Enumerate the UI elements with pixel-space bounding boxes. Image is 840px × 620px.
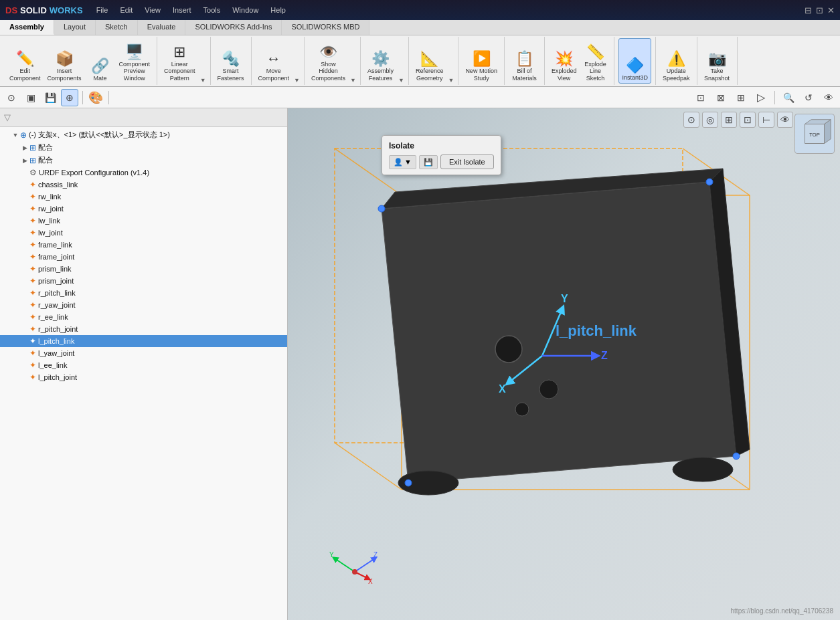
- tree-item-lw-joint[interactable]: ✦ lw_joint: [0, 227, 287, 239]
- isolate-save-btn[interactable]: 💾: [419, 155, 438, 169]
- view-right-1[interactable]: ⊡: [692, 89, 709, 106]
- new-motion-study-btn[interactable]: ▶️ New MotionStudy: [463, 38, 500, 84]
- tab-sketch[interactable]: Sketch: [96, 20, 138, 35]
- filter-icon[interactable]: ▽: [4, 112, 11, 122]
- view-rotate-btn[interactable]: ↺: [800, 89, 817, 106]
- tree-item-chassis-link[interactable]: ✦ chassis_link: [0, 179, 287, 191]
- view-section-btn[interactable]: ▣: [22, 89, 39, 106]
- tree-expand-l-ee-link[interactable]: [20, 362, 29, 369]
- exploded-view-btn[interactable]: 💥 ExplodedView: [549, 38, 580, 84]
- tree-item-mates2[interactable]: ▶ ⊞ 配合: [0, 154, 287, 167]
- tree-expand-prism-joint[interactable]: [20, 278, 29, 284]
- tree-item-frame-joint[interactable]: ✦ frame_joint: [0, 251, 287, 263]
- reference-geometry-dropdown[interactable]: ▼: [448, 77, 454, 84]
- linear-pattern-dropdown[interactable]: ▼: [200, 77, 206, 84]
- view-color-btn[interactable]: 🎨: [87, 89, 104, 106]
- tree-item-root[interactable]: ▼ ⊕ (-) 支架x、<1> (默认<<默认>_显示状态 1>): [0, 128, 287, 141]
- view-orientation-btn[interactable]: ⊙: [3, 89, 20, 106]
- view-right-2[interactable]: ⊠: [712, 89, 730, 106]
- linear-component-pattern-btn[interactable]: ⊞ LinearComponentPattern: [161, 38, 198, 84]
- orient-btn-3[interactable]: ⊞: [721, 112, 737, 128]
- tree-item-rw-joint[interactable]: ✦ rw_joint: [0, 203, 287, 215]
- tree-item-l-pitch-link[interactable]: ✦ l_pitch_link: [0, 335, 287, 347]
- tree-item-mates1[interactable]: ▶ ⊞ 配合: [0, 141, 287, 154]
- instant3d-btn[interactable]: 🔷 Instant3D: [618, 38, 651, 84]
- tree-item-l-yaw-joint[interactable]: ✦ l_yaw_joint: [0, 347, 287, 359]
- tree-item-r-pitch-link[interactable]: ✦ r_pitch_link: [0, 287, 287, 299]
- isolate-icon-btn[interactable]: 👤 ▼: [389, 155, 416, 169]
- tab-evaluate[interactable]: Evaluate: [138, 20, 186, 35]
- tree-expand-r-pitch-joint[interactable]: [20, 326, 29, 332]
- show-hidden-dropdown[interactable]: ▼: [350, 77, 356, 84]
- tree-item-prism-joint[interactable]: ✦ prism_joint: [0, 275, 287, 287]
- tree-expand-l-pitch-link[interactable]: [20, 338, 29, 344]
- tree-expand-frame-link[interactable]: [20, 241, 29, 248]
- explode-line-sketch-btn[interactable]: 📏 ExplodeLineSketch: [580, 38, 610, 84]
- tree-expand-mates2[interactable]: ▶: [20, 157, 29, 164]
- menu-edit[interactable]: Edit: [120, 6, 133, 14]
- edit-component-btn[interactable]: ✏️ EditComponent: [7, 38, 44, 84]
- tree-expand-l-yaw-joint[interactable]: [20, 350, 29, 356]
- tree-item-r-yaw-joint[interactable]: ✦ r_yaw_joint: [0, 299, 287, 311]
- smart-fasteners-btn[interactable]: 🔩 SmartFasteners: [215, 38, 247, 84]
- orient-btn-1[interactable]: ⊙: [683, 112, 699, 128]
- isolate-dropdown-arrow[interactable]: ▼: [404, 158, 412, 166]
- menu-view[interactable]: View: [145, 6, 161, 14]
- view-eye-btn[interactable]: 👁: [820, 89, 837, 106]
- tree-item-prism-link[interactable]: ✦ prism_link: [0, 263, 287, 275]
- assembly-features-dropdown[interactable]: ▼: [398, 77, 404, 84]
- take-snapshot-btn[interactable]: 📷 TakeSnapshot: [701, 38, 732, 84]
- menu-window[interactable]: Window: [232, 6, 258, 14]
- tree-expand-mates1[interactable]: ▶: [20, 144, 29, 151]
- bill-of-materials-btn[interactable]: 📋 Bill ofMaterials: [509, 38, 539, 84]
- tree-item-l-ee-link[interactable]: ✦ l_ee_link: [0, 359, 287, 371]
- move-component-btn[interactable]: ↔️ MoveComponent: [256, 38, 292, 84]
- show-hidden-btn[interactable]: 👁️ ShowHiddenComponents: [309, 38, 348, 84]
- viewport-3d[interactable]: Isolate 👤 ▼ 💾 Exit Isolate: [288, 108, 840, 620]
- orient-btn-2[interactable]: ◎: [702, 112, 718, 128]
- mate-btn[interactable]: 🔗 Mate: [86, 38, 115, 84]
- tree-item-rw-link[interactable]: ✦ rw_link: [0, 191, 287, 203]
- view-right-4[interactable]: ▷: [752, 89, 770, 106]
- title-icon-2[interactable]: ⊡: [816, 5, 823, 15]
- tree-expand-frame-joint[interactable]: [20, 253, 29, 260]
- menu-insert[interactable]: Insert: [173, 6, 191, 14]
- menu-file[interactable]: File: [96, 6, 108, 14]
- menu-tools[interactable]: Tools: [203, 6, 221, 14]
- orient-btn-4[interactable]: ⊡: [740, 112, 756, 128]
- tree-expand-lw-link[interactable]: [20, 217, 29, 224]
- tree-expand-r-pitch-link[interactable]: [20, 290, 29, 296]
- tree-item-urdf[interactable]: ⚙ URDF Export Configuration (v1.4): [0, 167, 287, 179]
- tree-expand-rw-link[interactable]: [20, 193, 29, 200]
- title-icon-3[interactable]: ✕: [827, 5, 835, 15]
- view-3d-btn[interactable]: ⊕: [61, 89, 78, 106]
- tab-layout[interactable]: Layout: [54, 20, 96, 35]
- tab-assembly[interactable]: Assembly: [0, 20, 54, 35]
- tree-item-r-pitch-joint[interactable]: ✦ r_pitch_joint: [0, 323, 287, 335]
- menu-help[interactable]: Help: [270, 6, 286, 14]
- tree-expand-chassis[interactable]: [20, 181, 29, 188]
- insert-components-btn[interactable]: 📦 InsertComponents: [45, 38, 84, 84]
- tab-mbd[interactable]: SOLIDWORKS MBD: [282, 20, 369, 35]
- assembly-features-btn[interactable]: ⚙️ AssemblyFeatures: [365, 38, 396, 84]
- tab-addins[interactable]: SOLIDWORKS Add-Ins: [185, 20, 282, 35]
- title-icon-1[interactable]: ⊟: [805, 5, 812, 15]
- view-right-3[interactable]: ⊞: [732, 89, 750, 106]
- tree-expand-root[interactable]: ▼: [11, 132, 20, 138]
- view-zoom-btn[interactable]: 🔍: [780, 89, 797, 106]
- preview-window-btn[interactable]: 🖥️ ComponentPreviewWindow: [116, 38, 153, 84]
- tree-expand-r-ee-link[interactable]: [20, 314, 29, 320]
- tree-expand-r-yaw-joint[interactable]: [20, 302, 29, 308]
- orient-btn-5[interactable]: ⊢: [758, 112, 774, 128]
- tree-item-frame-link[interactable]: ✦ frame_link: [0, 239, 287, 251]
- view-display-btn[interactable]: 💾: [41, 89, 59, 106]
- tree-item-l-pitch-joint[interactable]: ✦ l_pitch_joint: [0, 371, 287, 383]
- tree-item-r-ee-link[interactable]: ✦ r_ee_link: [0, 311, 287, 323]
- tree-expand-urdf[interactable]: [20, 169, 29, 176]
- update-speedpak-btn[interactable]: ⚠️ UpdateSpeedpak: [660, 38, 693, 84]
- reference-geometry-btn[interactable]: 📐 ReferenceGeometry: [413, 38, 446, 84]
- move-component-dropdown[interactable]: ▼: [294, 77, 300, 84]
- tree-expand-l-pitch-joint[interactable]: [20, 374, 29, 381]
- view-cube[interactable]: TOP: [794, 114, 835, 154]
- tree-expand-prism-link[interactable]: [20, 266, 29, 272]
